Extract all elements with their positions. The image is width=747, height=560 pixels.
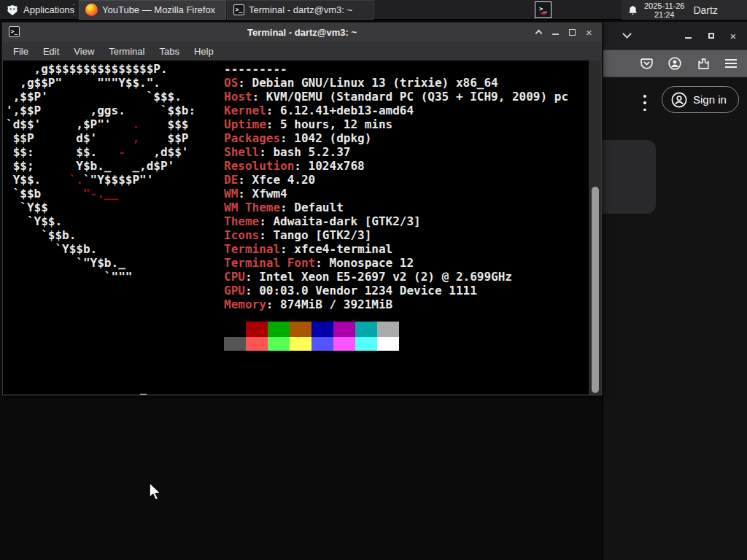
signin-button[interactable]: Sign in bbox=[662, 86, 739, 113]
person-icon bbox=[671, 92, 687, 108]
applications-label: Applications bbox=[23, 4, 74, 15]
menu-edit[interactable]: Edit bbox=[36, 44, 66, 59]
palette-swatch bbox=[290, 337, 311, 351]
info-line: WM Theme: Default bbox=[224, 201, 568, 214]
palette-swatch bbox=[311, 337, 333, 351]
firefox-maximize-button[interactable] bbox=[700, 22, 722, 50]
ascii-art-line: `$$b "-.__ bbox=[6, 187, 196, 201]
tasklist-handle bbox=[73, 4, 76, 15]
pocket-icon[interactable] bbox=[640, 57, 653, 70]
palette-swatch bbox=[224, 337, 246, 351]
menu-view[interactable]: View bbox=[67, 44, 101, 59]
terminal-window: >_ Terminal - dartz@vm3: ~ × FileEditVie… bbox=[1, 22, 603, 396]
xfce-panel: Applications YouTube — Mozilla Firefox >… bbox=[0, 0, 747, 20]
ascii-art-line: `""" bbox=[6, 270, 196, 284]
terminal-menubar: FileEditViewTerminalTabsHelp bbox=[2, 42, 602, 61]
palette-swatch bbox=[268, 337, 290, 351]
maximize-button[interactable] bbox=[564, 23, 581, 42]
ascii-art-line: ',$$P ,ggs. `$$b: bbox=[6, 104, 196, 117]
close-button[interactable]: × bbox=[581, 23, 597, 42]
info-line: Resolution: 747x560 bbox=[224, 159, 568, 173]
menu-terminal[interactable]: Terminal bbox=[102, 44, 151, 59]
info-line: Packages: 1042 (dpkg) bbox=[224, 131, 568, 145]
menu-tabs[interactable]: Tabs bbox=[152, 44, 185, 59]
text-cursor bbox=[140, 394, 147, 394]
firefox-titlebar[interactable]: × bbox=[603, 22, 747, 50]
account-icon[interactable] bbox=[668, 57, 681, 70]
scrollbar-thumb[interactable] bbox=[592, 187, 599, 393]
terminal-titlebar[interactable]: >_ Terminal - dartz@vm3: ~ × bbox=[2, 23, 602, 42]
palette-swatch bbox=[377, 337, 399, 351]
clock-date: 2025-11-26 bbox=[644, 1, 684, 10]
terminal-screen[interactable]: ,g$$$$$$$$$$$$$$$P. ,g$$P" """Y$$.". ,$$… bbox=[3, 61, 601, 394]
palette-swatch bbox=[333, 337, 355, 351]
taskbar-button-firefox[interactable]: YouTube — Mozilla Firefox bbox=[79, 0, 226, 20]
palette-row-normal bbox=[224, 322, 399, 337]
info-line: CPU: Intel Xeon E5-2697 v2 (2) @ 2.699GH… bbox=[224, 270, 568, 284]
extensions-puzzle-icon[interactable] bbox=[697, 57, 710, 70]
shade-button[interactable] bbox=[530, 23, 547, 42]
ascii-art-line: `Y$$ bbox=[6, 201, 196, 214]
panel-user-label: Dartz bbox=[690, 4, 717, 16]
taskbar-button-terminal[interactable]: >_ Terminal - dartz@vm3: ~ bbox=[227, 0, 374, 20]
debian-ascii-logo: ,g$$$$$$$$$$$$$$$P. ,g$$P" """Y$$.". ,$$… bbox=[6, 62, 196, 284]
chevron-down-icon[interactable] bbox=[622, 29, 632, 39]
kebab-menu-icon[interactable] bbox=[638, 90, 651, 115]
ascii-art-line: Y$$. `.`"Y$$$$P"' bbox=[6, 173, 196, 187]
info-line: Host: KVM/QEMU (Standard PC (Q35 + ICH9,… bbox=[224, 90, 568, 104]
ascii-art-line: `d$$' ,$P"' . $$$ bbox=[6, 117, 196, 131]
notification-bell-icon[interactable] bbox=[627, 4, 638, 16]
info-line: Memory: 874MiB / 3921MiB bbox=[224, 298, 568, 311]
ascii-art-line: `"Y$b._ bbox=[6, 256, 196, 270]
ascii-art-line: ,$$P' `$$$. bbox=[6, 90, 196, 104]
panel-right-cluster: 2025-11-26 21:24 Dartz bbox=[622, 0, 747, 20]
ascii-art-line: `Y$$b. bbox=[6, 242, 196, 256]
info-line: DE: Xfce 4.20 bbox=[224, 173, 568, 187]
info-line: Terminal: xfce4-terminal bbox=[224, 242, 568, 256]
palette-row-bright bbox=[224, 337, 399, 351]
firefox-icon bbox=[85, 4, 98, 16]
ascii-art-line: ,g$$$$$$$$$$$$$$$P. bbox=[6, 62, 196, 76]
firefox-toolbar bbox=[603, 50, 747, 77]
info-line: GPU: 00:03.0 Vendor 1234 Device 1111 bbox=[224, 284, 568, 298]
ascii-art-line: $$: $$. - ,d$$' bbox=[6, 145, 196, 159]
mouse-cursor bbox=[148, 482, 163, 501]
palette-swatch bbox=[290, 322, 311, 337]
palette-swatch bbox=[268, 322, 290, 337]
info-line: OS: Debian GNU/Linux 13 (trixie) x86_64 bbox=[224, 76, 568, 90]
info-line: Terminal Font: Monospace 12 bbox=[224, 256, 568, 270]
ascii-art-line: $$; Y$b._ _,d$P' bbox=[6, 159, 196, 173]
firefox-minimize-button[interactable] bbox=[677, 22, 699, 50]
info-line: Uptime: 5 hours, 12 mins bbox=[224, 117, 568, 131]
ascii-art-line: `Y$$. bbox=[6, 214, 196, 228]
menu-help[interactable]: Help bbox=[187, 44, 220, 59]
ascii-art-line: $$P d$' , $$P bbox=[6, 131, 196, 145]
prompt-path: ~ bbox=[118, 393, 125, 394]
scrollbar-track[interactable] bbox=[589, 61, 601, 394]
info-line: --------- bbox=[224, 62, 568, 76]
info-line: Icons: Tango [GTK2/3] bbox=[224, 228, 568, 242]
firefox-close-button[interactable]: × bbox=[722, 22, 744, 50]
palette-swatch bbox=[377, 322, 399, 337]
systray-terminal-icon[interactable]: >_ bbox=[535, 1, 551, 18]
palette-swatch bbox=[355, 322, 377, 337]
firefox-window: × Sign in bbox=[603, 22, 747, 560]
firefox-content: Sign in bbox=[603, 77, 747, 559]
xfce-logo-icon bbox=[6, 4, 19, 17]
palette-swatch bbox=[311, 322, 333, 337]
menu-hamburger-icon[interactable] bbox=[725, 59, 737, 68]
info-line: Shell: bash 5.2.37 bbox=[224, 145, 568, 159]
palette-swatch bbox=[246, 337, 268, 351]
palette-swatch bbox=[333, 322, 355, 337]
applications-menu-button[interactable]: Applications bbox=[0, 0, 80, 20]
signin-label: Sign in bbox=[693, 93, 727, 106]
info-line: Theme: Adwaita-dark [GTK2/3] bbox=[224, 214, 568, 228]
terminal-title: Terminal - dartz@vm3: ~ bbox=[2, 27, 602, 38]
info-line: Kernel: 6.12.41+deb13-amd64 bbox=[224, 104, 568, 117]
palette-swatch bbox=[246, 322, 268, 337]
menu-file[interactable]: File bbox=[7, 44, 35, 59]
ascii-art-line: ,g$$P" """Y$$.". bbox=[6, 76, 196, 90]
minimize-button[interactable] bbox=[547, 23, 564, 42]
clock[interactable]: 2025-11-26 21:24 bbox=[644, 1, 684, 19]
neofetch-info: ---------OS: Debian GNU/Linux 13 (trixie… bbox=[224, 62, 568, 311]
